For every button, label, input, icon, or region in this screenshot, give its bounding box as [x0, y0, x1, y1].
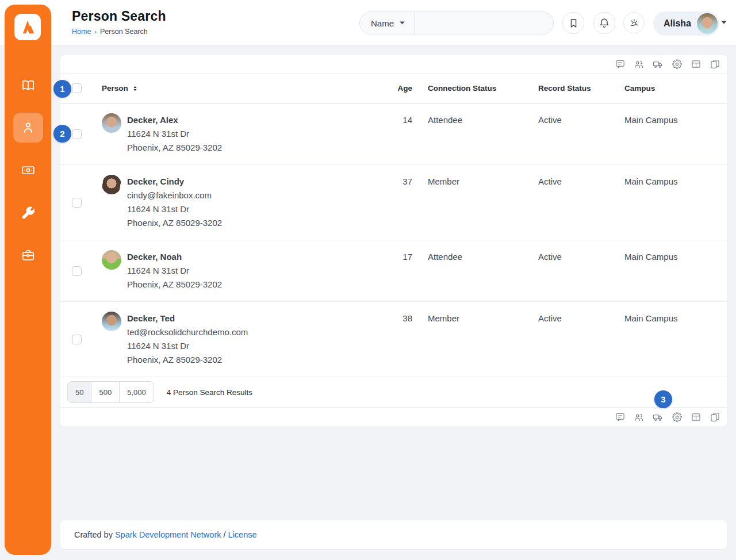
callout-badge-3: 3	[654, 390, 672, 408]
table-row[interactable]: Decker, Noah 11624 N 31st Dr Phoenix, AZ…	[60, 240, 727, 302]
copy-icon	[710, 59, 720, 69]
table-row[interactable]: Decker, Cindy cindy@fakeinbox.com 11624 …	[60, 165, 727, 240]
merge-template-button[interactable]	[710, 59, 720, 70]
person-city: Phoenix, AZ 85029-3202	[127, 353, 248, 367]
column-header-connection-status: Connection Status	[412, 84, 538, 93]
merge-person-records-button[interactable]	[634, 412, 644, 423]
search-filter-dropdown[interactable]: Name	[360, 12, 415, 34]
sidebar-item-library[interactable]	[13, 70, 43, 100]
callout-badge-2: 2	[53, 125, 71, 143]
license-link[interactable]: License	[228, 530, 257, 539]
bulk-update-button[interactable]	[653, 59, 663, 70]
sort-icon	[132, 85, 138, 92]
merge-template-button[interactable]	[710, 412, 720, 423]
page-size-5000-button[interactable]: 5,000	[120, 382, 154, 402]
results-count-text: 4 Person Search Results	[167, 388, 252, 397]
person-name: Decker, Noah	[127, 250, 222, 264]
person-street: 11624 N 31st Dr	[127, 127, 222, 141]
page-size-50-button[interactable]: 50	[68, 382, 91, 402]
person-icon	[21, 121, 35, 135]
connection-status: Member	[412, 312, 538, 367]
person-name: Decker, Ted	[127, 312, 248, 325]
user-menu[interactable]: Alisha	[653, 11, 719, 36]
campus: Main Campus	[624, 312, 727, 367]
sidebar-item-tools[interactable]	[13, 198, 43, 228]
record-status: Active	[538, 250, 624, 291]
person-age: 17	[377, 250, 412, 291]
chevron-down-icon	[399, 21, 405, 25]
connection-status: Member	[412, 175, 538, 230]
person-street: 11624 N 31st Dr	[127, 339, 248, 353]
avatar	[102, 175, 121, 194]
person-email: ted@rocksolidchurchdemo.com	[127, 325, 248, 339]
gear-icon	[672, 412, 682, 422]
page-size-group: 50 500 5,000	[67, 381, 154, 403]
table-icon	[691, 412, 701, 422]
select-all-checkbox[interactable]	[72, 83, 82, 93]
launch-workflow-button[interactable]	[672, 59, 682, 70]
callout-badge-1: 1	[53, 80, 71, 98]
export-button[interactable]	[691, 59, 701, 70]
campus: Main Campus	[624, 175, 727, 230]
grid-header-row: Person Age Connection Status Record Stat…	[60, 74, 727, 103]
search-input[interactable]	[415, 12, 553, 34]
column-header-age: Age	[377, 84, 412, 93]
bell-icon	[599, 17, 610, 29]
truck-icon	[653, 412, 663, 423]
grid-pager: 50 500 5,000 4 Person Search Results	[60, 377, 727, 408]
record-status: Active	[538, 175, 624, 230]
connection-status: Attendee	[412, 113, 538, 155]
column-header-person[interactable]: Person	[93, 84, 377, 93]
truck-icon	[653, 59, 663, 70]
comment-icon	[615, 59, 625, 69]
column-header-record-status: Record Status	[538, 84, 624, 93]
communicate-button[interactable]	[615, 59, 625, 70]
bookmark-button[interactable]	[562, 12, 584, 34]
communicate-button[interactable]	[615, 412, 625, 423]
sidebar-item-finance[interactable]	[13, 155, 43, 185]
table-row[interactable]: Decker, Alex 11624 N 31st Dr Phoenix, AZ…	[60, 103, 727, 165]
person-search-bar: Name	[359, 11, 554, 34]
bookmark-icon	[568, 18, 579, 29]
row-checkbox[interactable]	[72, 198, 82, 208]
user-avatar	[697, 13, 718, 34]
person-name: Decker, Cindy	[127, 175, 222, 189]
avatar	[102, 250, 121, 270]
theme-toggle-button[interactable]	[623, 12, 645, 33]
launch-workflow-button[interactable]	[672, 412, 682, 423]
breadcrumb-separator-icon: ›	[94, 28, 97, 35]
person-city: Phoenix, AZ 85029-3202	[127, 216, 222, 230]
table-icon	[691, 59, 701, 69]
bulk-update-button[interactable]	[653, 412, 663, 423]
row-checkbox[interactable]	[72, 129, 82, 139]
breadcrumb: Home › Person Search	[72, 28, 148, 36]
book-icon	[21, 78, 35, 92]
page-size-500-button[interactable]: 500	[91, 382, 120, 402]
person-name: Decker, Alex	[127, 113, 222, 127]
person-street: 11624 N 31st Dr	[127, 264, 222, 278]
person-city: Phoenix, AZ 85029-3202	[127, 141, 222, 155]
person-search-grid: Person Age Connection Status Record Stat…	[60, 55, 727, 427]
breadcrumb-home-link[interactable]: Home	[72, 28, 91, 36]
user-name: Alisha	[664, 18, 691, 29]
sidebar-item-work[interactable]	[13, 240, 43, 270]
briefcase-icon	[21, 248, 35, 262]
notifications-button[interactable]	[593, 12, 615, 34]
sidebar-item-people[interactable]	[13, 113, 43, 143]
row-checkbox[interactable]	[72, 266, 82, 276]
merge-person-records-button[interactable]	[634, 59, 644, 70]
row-checkbox[interactable]	[72, 335, 82, 344]
user-menu-caret-icon[interactable]	[720, 20, 727, 25]
sun-horizon-icon	[628, 17, 640, 29]
table-row[interactable]: Decker, Ted ted@rocksolidchurchdemo.com …	[60, 302, 727, 377]
export-button[interactable]	[691, 412, 701, 423]
person-city: Phoenix, AZ 85029-3202	[127, 278, 222, 291]
record-status: Active	[538, 113, 624, 155]
app-logo[interactable]	[14, 14, 41, 40]
spark-network-link[interactable]: Spark Development Network	[115, 530, 221, 539]
page-footer: Crafted by Spark Development Network / L…	[60, 520, 727, 549]
grid-toolbar-bottom	[60, 408, 727, 427]
footer-separator: /	[221, 530, 228, 539]
wrench-icon	[22, 206, 34, 219]
record-status: Active	[538, 312, 624, 367]
